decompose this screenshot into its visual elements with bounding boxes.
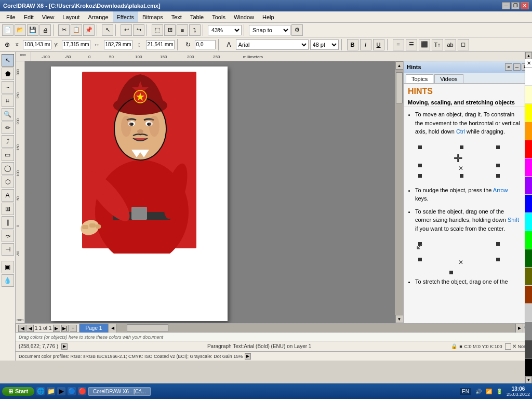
close-button[interactable]: ✕: [521, 2, 529, 9]
prev-page-button[interactable]: ◀: [26, 325, 34, 332]
width-input[interactable]: [104, 40, 132, 49]
parallel-tool[interactable]: ∥: [2, 216, 14, 229]
app1-icon[interactable]: 🔵: [68, 387, 76, 395]
volume-icon[interactable]: 🔊: [475, 389, 482, 394]
color-magenta[interactable]: [525, 158, 532, 177]
zoom-combo[interactable]: 43%: [208, 25, 242, 35]
scroll-thumb[interactable]: [396, 72, 403, 103]
color-eyedropper-tool[interactable]: 💧: [2, 274, 14, 287]
palette-scroll-down[interactable]: ▼: [525, 376, 532, 383]
print-button[interactable]: 🖨: [39, 24, 51, 36]
y-input[interactable]: [62, 40, 90, 49]
freehand-tool[interactable]: ✏: [2, 122, 14, 134]
color-dark-gray[interactable]: [525, 340, 532, 358]
transform-button[interactable]: ⊞: [164, 24, 176, 36]
scroll-track[interactable]: [395, 70, 403, 315]
undo-button[interactable]: ↩: [121, 24, 132, 36]
fill-tool[interactable]: ▣: [2, 261, 14, 273]
color-orange[interactable]: [525, 122, 532, 140]
bold-button[interactable]: B: [347, 39, 358, 50]
text-tool[interactable]: A: [2, 189, 14, 202]
color-black[interactable]: [525, 358, 532, 376]
underline-button[interactable]: U: [373, 39, 384, 50]
select-tool[interactable]: ↖: [2, 54, 14, 66]
align-left-button[interactable]: ≡: [393, 39, 404, 50]
start-button[interactable]: ⊞ Start: [2, 387, 34, 396]
snap-settings-button[interactable]: ⚙: [291, 24, 303, 36]
color-cyan[interactable]: [525, 213, 532, 231]
rotate-input[interactable]: [195, 40, 216, 49]
cursor-button[interactable]: ↖: [102, 24, 113, 36]
polygon-tool[interactable]: ⬡: [2, 176, 14, 188]
menu-arrange[interactable]: Arrange: [84, 11, 112, 22]
align-button[interactable]: ≡: [177, 24, 188, 36]
open-button[interactable]: 📂: [15, 24, 26, 36]
italic-button[interactable]: I: [360, 39, 371, 50]
menu-file[interactable]: File: [2, 11, 20, 22]
x-input[interactable]: [23, 40, 51, 49]
smear-tool[interactable]: ~: [2, 81, 14, 94]
table-tool[interactable]: ⊞: [2, 203, 14, 215]
scroll-up-button[interactable]: ▲: [395, 61, 404, 70]
taskbar-coreldraw[interactable]: CorelDRAW X6 - [C:\...: [88, 387, 151, 396]
palette-scroll-up[interactable]: ▲: [525, 52, 532, 59]
color-brown[interactable]: [525, 286, 532, 304]
scroll-down-button[interactable]: ▼: [395, 315, 404, 323]
app2-icon[interactable]: 🔴: [78, 387, 86, 395]
copy-button[interactable]: 📋: [71, 24, 82, 36]
hints-expand-button[interactable]: «: [505, 63, 512, 71]
size-combo[interactable]: 48 pt: [310, 39, 339, 50]
page-tab[interactable]: Page 1: [79, 324, 109, 332]
color-white[interactable]: [525, 68, 532, 86]
ellipse-tool[interactable]: ◯: [2, 162, 14, 175]
h-scroll-thumb[interactable]: [127, 324, 168, 332]
h-scroll-track[interactable]: [116, 324, 515, 332]
import-button[interactable]: ⤵: [189, 24, 201, 36]
caps-button[interactable]: ◻: [458, 39, 469, 50]
title-bar-controls[interactable]: ─ ❒ ✕: [502, 2, 529, 9]
save-button[interactable]: 💾: [27, 24, 38, 36]
indent-button[interactable]: ⬛: [419, 39, 430, 50]
color-profile-expand[interactable]: ▶: [245, 353, 251, 360]
color-yellow[interactable]: [525, 104, 532, 122]
color-olive[interactable]: [525, 268, 532, 286]
redo-button[interactable]: ↪: [133, 24, 144, 36]
next-page-button[interactable]: ▶: [53, 325, 60, 332]
rectangle-tool[interactable]: ▭: [2, 149, 14, 161]
color-violet[interactable]: [525, 177, 532, 195]
menu-layout[interactable]: Layout: [58, 11, 84, 22]
canvas-scroll[interactable]: ↕ А ты уже установил НОВЫЙ CorelDRAW X6?…: [25, 61, 403, 323]
h-scroll-left[interactable]: ◀: [109, 324, 116, 332]
lang-indicator[interactable]: EN: [460, 388, 471, 395]
ie-icon[interactable]: 🌐: [36, 387, 45, 395]
crop-tool[interactable]: ⌗: [2, 95, 14, 107]
color-green[interactable]: [525, 231, 532, 249]
h-scroll-right[interactable]: ▶: [515, 324, 523, 332]
tab-topics[interactable]: Topics: [406, 74, 433, 83]
menu-view[interactable]: View: [38, 11, 59, 22]
cut-button[interactable]: ✂: [58, 24, 70, 36]
bullet-button[interactable]: ☰: [406, 39, 417, 50]
folder-icon[interactable]: 📁: [47, 387, 55, 395]
menu-text[interactable]: Text: [167, 11, 186, 22]
zoom-tool[interactable]: 🔍: [2, 108, 14, 121]
font-combo[interactable]: Arial: [236, 39, 309, 50]
expand-coords-button[interactable]: ▶: [61, 343, 68, 350]
new-button[interactable]: 📄: [2, 24, 14, 36]
color-light-gray[interactable]: [525, 304, 532, 322]
network-icon[interactable]: 📶: [486, 389, 492, 394]
snap-combo[interactable]: Snap to: [249, 25, 290, 35]
battery-icon[interactable]: 🔋: [496, 389, 502, 394]
color-red[interactable]: [525, 140, 532, 158]
text-options-button[interactable]: ab: [445, 39, 456, 50]
menu-effects[interactable]: Effects: [113, 11, 138, 22]
hints-minimize-button[interactable]: ─: [513, 63, 521, 71]
shape-tool[interactable]: ⬟: [2, 68, 14, 80]
last-page-button[interactable]: ▶|: [61, 325, 69, 332]
menu-table[interactable]: Table: [186, 11, 208, 22]
minimize-button[interactable]: ─: [502, 2, 510, 9]
measure-tool[interactable]: ⊣: [2, 243, 14, 256]
menu-edit[interactable]: Edit: [20, 11, 38, 22]
text-format-button[interactable]: T↑: [432, 39, 443, 50]
tab-videos[interactable]: Videos: [434, 74, 463, 83]
